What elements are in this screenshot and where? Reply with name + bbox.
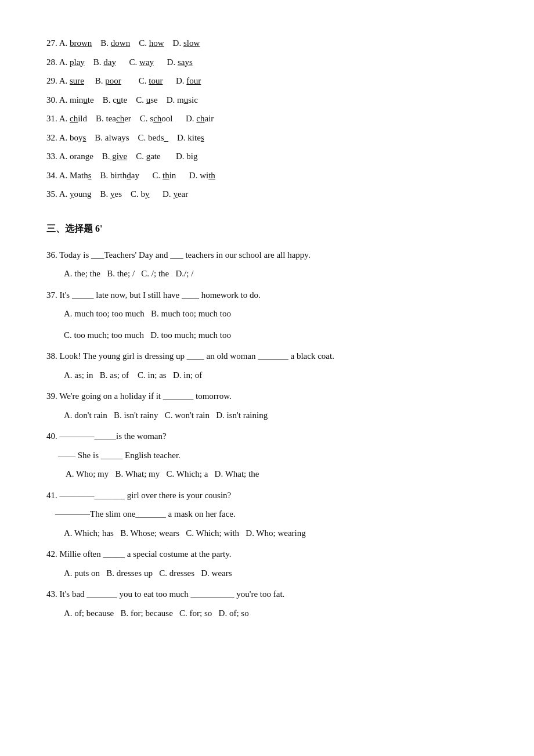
question-40: 40. ————_____is the woman? —— She is ___… — [46, 428, 488, 483]
q32-c: _ — [164, 133, 169, 142]
q42-options: A. puts on B. dresses up C. dresses D. w… — [64, 565, 488, 582]
question-34: 34. A. Maths B. birthday C. thin D. with — [46, 167, 488, 184]
q27-a: brown — [70, 38, 92, 48]
q34-num: 34. — [46, 171, 57, 180]
q37-options-1: A. much too; too much B. much too; much … — [64, 305, 488, 322]
q41-stem2: ————The slim one_______ a mask on her fa… — [46, 506, 488, 523]
q38-stem: 38. Look! The young girl is dressing up … — [46, 348, 488, 365]
q29-d: four — [186, 76, 201, 85]
question-39: 39. We're going on a holiday if it _____… — [46, 388, 488, 423]
q28-c: way — [139, 57, 154, 67]
question-41: 41. ————_______ girl over there is your … — [46, 487, 488, 542]
q32-num: 32. — [46, 133, 57, 142]
question-37: 37. It's _____ late now, but I still hav… — [46, 287, 488, 344]
q42-stem: 42. Millie often _____ a special costume… — [46, 546, 488, 563]
q29-b: poor — [105, 76, 121, 85]
question-28: 28. A. play B. day C. way D. says — [46, 54, 488, 71]
question-33: 33. A. orange B. give C. gate D. big — [46, 148, 488, 165]
q38-options: A. as; in B. as; of C. in; as D. in; of — [64, 367, 488, 384]
q28-num: 28. — [46, 57, 57, 67]
q39-stem: 39. We're going on a holiday if it _____… — [46, 388, 488, 405]
q37-stem: 37. It's _____ late now, but I still hav… — [46, 287, 488, 304]
q31-b: ch — [116, 114, 124, 123]
q30-num: 30. — [46, 95, 57, 105]
question-27: 27. A. brown B. down C. how D. slow — [46, 35, 488, 52]
q31-num: 31. — [46, 114, 57, 123]
q40-options: A. Who; my B. What; my C. Which; a D. Wh… — [64, 466, 488, 483]
q34-c: th — [163, 171, 169, 180]
q34-d: th — [208, 171, 215, 180]
q32-d: s — [201, 133, 204, 142]
q35-b: y — [110, 189, 115, 199]
q28-d: says — [178, 57, 193, 67]
q28-a: play — [70, 57, 85, 67]
question-43: 43. It's bad _______ you to eat too much… — [46, 586, 488, 621]
q30-b: u — [117, 95, 121, 105]
q35-a: y — [70, 189, 74, 199]
q35-c: y — [145, 189, 150, 199]
mc-section: 36. Today is ___Teachers' Day and ___ te… — [46, 247, 488, 622]
q31-c: ch — [153, 114, 161, 123]
q43-stem: 43. It's bad _______ you to eat too much… — [46, 586, 488, 603]
q30-d: u — [184, 95, 189, 105]
q34-a: s — [88, 171, 92, 180]
q37-options-2: C. too much; too much D. too much; much … — [64, 327, 488, 344]
question-29: 29. A. sure B. poor C. tour D. four — [46, 73, 488, 89]
question-38: 38. Look! The young girl is dressing up … — [46, 348, 488, 383]
q27-d: slow — [183, 38, 200, 48]
q28-b: day — [103, 57, 116, 67]
q36-options: A. the; the B. the; / C. /; the D./; / — [64, 265, 488, 282]
q43-options: A. of; because B. for; because C. for; s… — [64, 605, 488, 622]
q33-b: give — [110, 152, 128, 161]
q34-b: d — [127, 171, 131, 180]
q27-num: 27. — [46, 38, 57, 48]
q32-a: s — [83, 133, 86, 142]
q40-stem2: —— She is _____ English teacher. — [58, 447, 488, 464]
q41-stem1: 41. ————_______ girl over there is your … — [46, 487, 488, 504]
q27-b: down — [111, 38, 130, 48]
q31-a: ch — [70, 114, 78, 123]
q30-c: u — [146, 95, 151, 105]
q30-a: u — [83, 95, 88, 105]
question-36: 36. Today is ___Teachers' Day and ___ te… — [46, 247, 488, 282]
q36-stem: 36. Today is ___Teachers' Day and ___ te… — [46, 247, 488, 264]
q35-num: 35. — [46, 189, 57, 199]
q29-a: sure — [70, 76, 84, 85]
q31-d: ch — [196, 114, 204, 123]
phonetics-section: 27. A. brown B. down C. how D. slow 28. … — [46, 35, 488, 203]
question-32: 32. A. boys B. always C. beds_ D. kites — [46, 129, 488, 146]
q27-c: how — [149, 38, 164, 48]
q40-stem1: 40. ————_____is the woman? — [46, 428, 488, 445]
question-35: 35. A. young B. yes C. by D. year — [46, 186, 488, 203]
q29-c: tour — [149, 76, 163, 85]
question-30: 30. A. minute B. cute C. use D. music — [46, 92, 488, 109]
question-31: 31. A. child B. teacher C. school D. cha… — [46, 110, 488, 127]
q41-options: A. Which; has B. Whose; wears C. Which; … — [64, 525, 488, 542]
q33-num: 33. — [46, 152, 57, 161]
q39-options: A. don't rain B. isn't rainy C. won't ra… — [64, 407, 488, 424]
question-42: 42. Millie often _____ a special costume… — [46, 546, 488, 581]
q29-num: 29. — [46, 76, 57, 85]
q35-d: y — [173, 189, 178, 199]
section-3-heading: 三、选择题 6' — [46, 220, 488, 237]
